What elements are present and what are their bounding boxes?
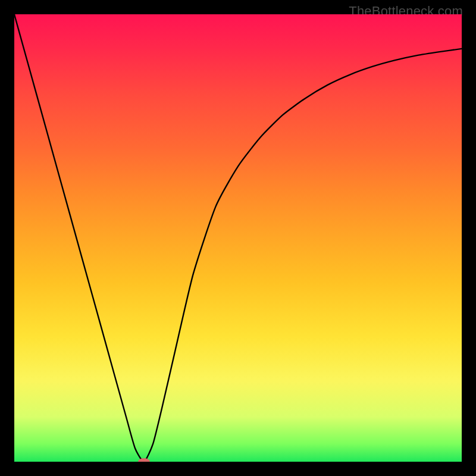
chart-frame: TheBottleneck.com xyxy=(0,0,476,476)
plot-area xyxy=(14,14,462,462)
bottleneck-curve xyxy=(14,14,462,462)
curve-layer xyxy=(14,14,462,462)
minimum-marker xyxy=(138,458,150,462)
